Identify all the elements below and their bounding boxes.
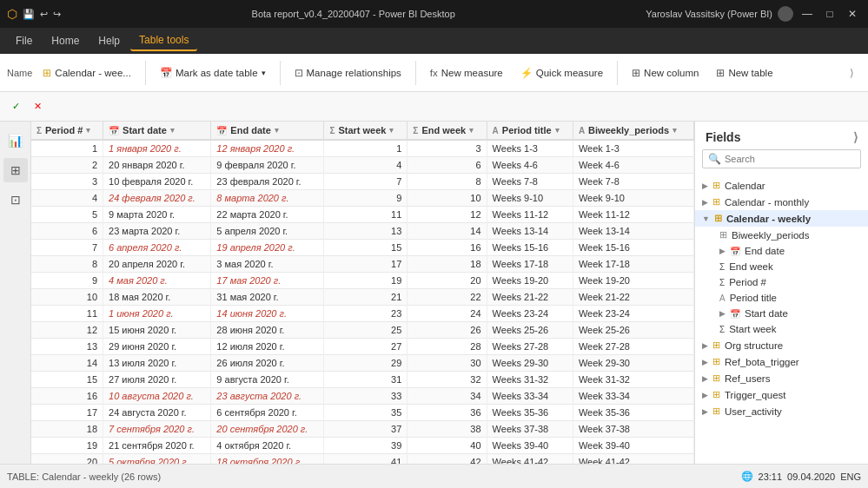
- col-period[interactable]: Σ Period # ▾: [31, 122, 103, 140]
- formula-accept-button[interactable]: ✓: [7, 98, 25, 115]
- table-cell-0: 20: [31, 454, 103, 465]
- table-body: 11 января 2020 г.12 января 2020 г.13Week…: [31, 140, 694, 464]
- tree-item-org-structure[interactable]: ▶ ⊞ Org structure: [695, 337, 868, 353]
- formula-cancel-button[interactable]: ✕: [29, 98, 47, 115]
- fields-expand-icon[interactable]: ⟩: [853, 130, 858, 144]
- table-row[interactable]: 11 января 2020 г.12 января 2020 г.13Week…: [31, 140, 694, 157]
- mark-date-button[interactable]: 📅 Mark as date table ▾: [153, 63, 273, 82]
- table-cell-4: 18: [407, 256, 487, 273]
- quick-access-save[interactable]: 💾: [23, 9, 35, 20]
- table-cell-2: 28 июня 2020 г.: [211, 322, 324, 339]
- report-view-icon[interactable]: 📊: [3, 129, 28, 153]
- manage-relationships-button[interactable]: ⊡ Manage relationships: [288, 63, 408, 82]
- table-row[interactable]: 1527 июля 2020 г.9 августа 2020 г.3132We…: [31, 372, 694, 388]
- table-cell-3: 27: [324, 339, 407, 355]
- table-cell-6: Week 19-20: [573, 273, 693, 289]
- tree-item-start-week[interactable]: Σ Start week: [695, 321, 868, 337]
- tree-item-start-date[interactable]: ▶ 📅 Start date: [695, 306, 868, 321]
- tree-item-ref-users[interactable]: ▶ ⊞ Ref_users: [695, 370, 868, 386]
- table-cell-3: 39: [324, 438, 407, 454]
- col-start-date[interactable]: 📅 Start date ▾: [103, 122, 211, 140]
- table-row[interactable]: 1724 августа 2020 г.6 сентября 2020 г.35…: [31, 405, 694, 421]
- table-row[interactable]: 59 марта 2020 г.22 марта 2020 г.1112Week…: [31, 207, 694, 223]
- calendar-col-icon: 📅: [109, 126, 119, 135]
- table-row[interactable]: 310 февраля 2020 г.23 февраля 2020 г.78W…: [31, 174, 694, 190]
- table-cell-1: 15 июня 2020 г.: [103, 322, 211, 339]
- table-cell-4: 16: [407, 240, 487, 256]
- model-view-icon[interactable]: ⊡: [3, 188, 28, 212]
- fields-search-box[interactable]: 🔍: [702, 149, 861, 168]
- quick-access-undo[interactable]: ↩: [40, 9, 48, 20]
- table-cell-4: 34: [407, 388, 487, 405]
- tree-item-biweekly[interactable]: ⊞ Biweekly_periods: [695, 227, 868, 243]
- table-cell-2: 23 августа 2020 г.: [211, 388, 324, 405]
- col-end-date[interactable]: 📅 End date ▾: [211, 122, 324, 140]
- maximize-button[interactable]: □: [821, 5, 838, 23]
- table-cell-4: 6: [407, 157, 487, 174]
- new-table-button[interactable]: ⊞ New table: [709, 63, 779, 82]
- table-cell-5: Weeks 4-6: [487, 157, 573, 174]
- menu-home[interactable]: Home: [43, 31, 88, 50]
- tree-item-ref-bota[interactable]: ▶ ⊞ Ref_bota_trigger: [695, 353, 868, 370]
- tree-item-period-title[interactable]: A Period title: [695, 290, 868, 306]
- tree-item-end-date[interactable]: ▶ 📅 End date: [695, 243, 868, 259]
- table-row[interactable]: 1018 мая 2020 г.31 мая 2020 г.2122Weeks …: [31, 289, 694, 306]
- table-cell-6: Week 1-3: [573, 140, 693, 157]
- col-period-title[interactable]: A Period title ▾: [487, 122, 573, 140]
- table-row[interactable]: 623 марта 2020 г.5 апреля 2020 г.1314Wee…: [31, 223, 694, 240]
- table-cell-6: Week 39-40: [573, 438, 693, 454]
- table-cell-0: 19: [31, 438, 103, 454]
- close-button[interactable]: ✕: [844, 5, 861, 23]
- tree-item-user-activity[interactable]: ▶ ⊞ User_activity: [695, 403, 868, 419]
- table-row[interactable]: 820 апреля 2020 г.3 мая 2020 г.1718Weeks…: [31, 256, 694, 273]
- table-cell-0: 6: [31, 223, 103, 240]
- name-value-btn[interactable]: ⊞ Calendar - wee...: [36, 63, 138, 82]
- tree-item-calendar-weekly[interactable]: ▼ ⊞ Calendar - weekly: [695, 210, 868, 227]
- new-column-button[interactable]: ⊞ New column: [625, 63, 706, 82]
- col-biweekly[interactable]: A Biweekly_periods ▾: [573, 122, 693, 140]
- table-cell-4: 36: [407, 405, 487, 421]
- quick-measure-button[interactable]: ⚡ Quick measure: [514, 63, 610, 82]
- data-view-icon[interactable]: ⊞: [3, 158, 28, 182]
- col-end-week[interactable]: Σ End week ▾: [407, 122, 487, 140]
- table-row[interactable]: 76 апреля 2020 г.19 апреля 2020 г.1516We…: [31, 240, 694, 256]
- tree-item-calendar[interactable]: ▶ ⊞ Calendar: [695, 177, 868, 194]
- table-row[interactable]: 94 мая 2020 г.17 мая 2020 г.1920Weeks 19…: [31, 273, 694, 289]
- user-avatar: [778, 6, 793, 22]
- titlebar: ⬡ 💾 ↩ ↪ Bota report_v0.4_20200407 - Powe…: [0, 0, 868, 28]
- table-row[interactable]: 187 сентября 2020 г.20 сентября 2020 г.3…: [31, 421, 694, 438]
- col-start-week[interactable]: Σ Start week ▾: [324, 122, 407, 140]
- new-measure-button[interactable]: fx New measure: [423, 64, 510, 82]
- data-table-area[interactable]: Σ Period # ▾ 📅 Start date ▾: [31, 122, 694, 464]
- menu-file[interactable]: File: [7, 31, 41, 50]
- table-icon-ref-bota: ⊞: [712, 356, 720, 367]
- panel-expand-button[interactable]: ⟩: [843, 63, 861, 82]
- table-cell-5: Weeks 31-32: [487, 372, 573, 388]
- quick-access-redo[interactable]: ↪: [53, 9, 61, 20]
- table-row[interactable]: 1215 июня 2020 г.28 июня 2020 г.2526Week…: [31, 322, 694, 339]
- table-row[interactable]: 424 февраля 2020 г.8 марта 2020 г.910Wee…: [31, 190, 694, 207]
- statusbar: TABLE: Calendar - weekly (26 rows) 🌐 23:…: [0, 464, 868, 488]
- menu-help[interactable]: Help: [89, 31, 129, 50]
- table-row[interactable]: 1921 сентября 2020 г.4 октября 2020 г.39…: [31, 438, 694, 454]
- table-row[interactable]: 1413 июля 2020 г.26 июля 2020 г.2930Week…: [31, 355, 694, 372]
- tree-item-period-num[interactable]: Σ Period #: [695, 274, 868, 290]
- table-row[interactable]: 1329 июня 2020 г.12 июля 2020 г.2728Week…: [31, 339, 694, 355]
- table-cell-3: 11: [324, 207, 407, 223]
- menu-table-tools[interactable]: Table tools: [130, 30, 197, 51]
- tree-item-trigger-quest[interactable]: ▶ ⊞ Trigger_quest: [695, 386, 868, 403]
- table-cell-4: 30: [407, 355, 487, 372]
- fields-search-input[interactable]: [725, 154, 855, 164]
- minimize-button[interactable]: —: [798, 5, 816, 23]
- table-row[interactable]: 111 июня 2020 г.14 июня 2020 г.2324Weeks…: [31, 306, 694, 322]
- table-row[interactable]: 220 января 2020 г.9 февраля 2020 г.46Wee…: [31, 157, 694, 174]
- tree-item-end-week[interactable]: Σ End week: [695, 259, 868, 274]
- table-cell-1: 5 октября 2020 г.: [103, 454, 211, 465]
- table-row[interactable]: 1610 августа 2020 г.23 августа 2020 г.33…: [31, 388, 694, 405]
- table-row[interactable]: 205 октября 2020 г.18 октября 2020 г.414…: [31, 454, 694, 465]
- main-toolbar: Name ⊞ Calendar - wee... 📅 Mark as date …: [0, 54, 868, 92]
- table-cell-5: Weeks 1-3: [487, 140, 573, 157]
- tree-item-calendar-monthly[interactable]: ▶ ⊞ Calendar - monthly: [695, 194, 868, 210]
- table-cell-0: 18: [31, 421, 103, 438]
- table-cell-2: 19 апреля 2020 г.: [211, 240, 324, 256]
